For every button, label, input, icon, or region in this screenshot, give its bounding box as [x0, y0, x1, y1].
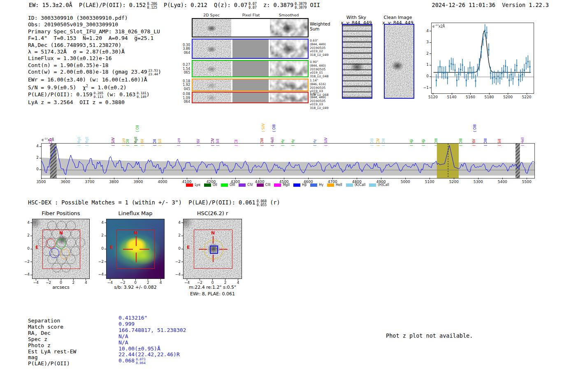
zoom-plot-units-label: e−17x2Å: [432, 24, 445, 28]
legend-label: OIII: [230, 183, 235, 187]
legend-label: Lyα: [195, 183, 200, 187]
x-tick-mark: [478, 178, 478, 179]
match-row-label: RA, Dec: [28, 330, 51, 336]
with-sky-source-blob: [350, 63, 364, 72]
y-tick-mark: [105, 223, 106, 223]
y-tick-label: −4: [21, 272, 30, 276]
x-tick-label: 4: [233, 281, 243, 285]
lineflux-caption: s/b: 3.92 +/- 0.082: [100, 285, 171, 290]
match-row-value: 0.999: [118, 321, 135, 327]
legend-item-MgII: MgII: [274, 183, 290, 187]
spec2d-left-labels: 0.271.54065: [173, 63, 190, 75]
header-timestamp-version: 2024-12-26 11:01:36 Version 1.22.3: [432, 2, 549, 8]
y-tick-mark: [430, 88, 431, 88]
y-tick-mark: [105, 275, 106, 275]
match-row-label: Spec z: [28, 336, 47, 343]
info-line-0: ID: 3003309910 (3003309910.pdf): [28, 15, 161, 21]
info-line-2: Primary Spec_Slot_IFU_AMP: 318_026_078_L…: [28, 28, 161, 35]
spec2d-cell-pixelflat: [232, 19, 269, 37]
y-tick-mark: [30, 236, 32, 236]
hsc-dex-summary: HSC-DEX : Possible Matches = 1 (within +…: [28, 199, 280, 207]
legend-item-(H)CaII: (H)CaII: [369, 183, 389, 187]
y-tick-mark: [430, 53, 431, 54]
x-tick-mark: [430, 178, 430, 179]
legend-label: CIII: [265, 183, 271, 187]
x-tick-label: −2: [118, 281, 128, 285]
line-label-text: ( OIII: [474, 124, 477, 132]
match-row-value: 0.413216": [118, 315, 147, 321]
y-tick-label: −4: [95, 272, 104, 276]
y-tick-mark: [430, 42, 431, 43]
spec2d-right-labels: 0.63"(844, 449)20190505v019_02318_LU_049: [310, 39, 334, 57]
x-tick-mark: [452, 93, 452, 95]
y-tick-mark: [30, 262, 32, 262]
spec2d-cell-2dspec: [193, 79, 231, 90]
elixer-detection-report: EW: 15.3±2.0Å P(LAE)/P(OII): 0.1520.2060…: [0, 0, 576, 392]
legend-swatch: [186, 183, 193, 187]
legend-item-HeII: HeII: [327, 183, 342, 187]
y-tick-label: 2: [420, 51, 429, 56]
x-tick-mark: [489, 93, 490, 95]
match-row-value: 166.748817, 51.238302: [118, 327, 186, 334]
x-tick-mark: [405, 178, 406, 179]
spec2d-row-weighted-sum: [192, 18, 309, 37]
legend-label: CIV: [247, 183, 253, 187]
x-tick-label: 5220: [520, 95, 533, 99]
y-tick-mark: [39, 158, 41, 158]
x-tick-label: 4: [81, 281, 91, 285]
x-tick-mark: [381, 178, 381, 179]
fiber-compass-north: N: [59, 230, 63, 236]
y-tick-mark: [105, 262, 106, 262]
y-tick-mark: [39, 169, 41, 170]
y-tick-label: 4: [21, 220, 30, 225]
source-blob: [207, 66, 216, 72]
legend-swatch: [346, 183, 353, 187]
legend-item-Lyα: Lyα: [186, 183, 200, 187]
y-tick-mark: [105, 236, 106, 236]
x-tick-mark: [308, 178, 309, 179]
line-label-text: ( SiIV: [262, 123, 265, 132]
y-tick-mark: [181, 223, 183, 223]
spec2d-cell-2dspec: [193, 19, 231, 37]
y-tick-mark: [30, 275, 32, 275]
fiber-positions-title: Fiber Positions: [32, 210, 90, 216]
spec2d-cell-smoothed: [270, 19, 308, 37]
spec2d-cell-pixelflat: [232, 93, 269, 102]
spec2d-cell-2dspec: [193, 61, 231, 77]
spec2d-col-header: Pixel Flat: [230, 13, 272, 17]
info-line-11: P(LAE)/P(OII): 0.1590.2650.113 (w: 0.163…: [28, 91, 161, 99]
spec2d-right-labels: 1.42"(844, 449)20190505v019_03318_LU_049: [310, 92, 334, 110]
y-tick-label: 1: [420, 63, 429, 67]
x-tick-mark: [163, 178, 163, 179]
legend-swatch: [293, 183, 300, 187]
match-row-value: N/A: [118, 334, 128, 340]
match-row-label: P(LAE)/P(OII): [28, 361, 70, 367]
lineflux-compass-east: E: [110, 245, 113, 250]
spec2d-cell-pixelflat: [232, 39, 269, 58]
y-tick-label: 2: [32, 155, 39, 160]
spec2d-cell-smoothed: [270, 93, 308, 102]
spec2d-left-labels: 0.303.86064: [173, 43, 190, 55]
line-label-text: ( OII: [136, 125, 139, 132]
x-tick-mark: [502, 178, 503, 179]
legend-label: OII: [213, 183, 217, 187]
x-tick-label: 0: [130, 281, 140, 285]
clean-image-source-blob: [391, 61, 404, 71]
legend-swatch: [310, 183, 317, 187]
y-tick-label: 0: [32, 167, 39, 171]
fiber-compass-east: E: [35, 245, 39, 250]
x-tick-label: −4: [182, 281, 192, 285]
info-line-6: LineFlux = 1.30(±0.12)e-16: [28, 55, 161, 62]
line-fit-zoom-plot: [431, 23, 534, 94]
detection-info-block: ID: 3003309910 (3003309910.pdf)Obs: 2019…: [28, 15, 161, 106]
x-tick-label: −4: [31, 281, 41, 285]
x-tick-label: −2: [195, 281, 204, 285]
spectrum-legend: LyαOIIOIIICIVCIIIMgIIHβHγHeII(K)CaII(H)C…: [41, 183, 534, 187]
legend-label: (K)CaII: [355, 183, 366, 187]
x-tick-label: 5180: [483, 95, 496, 99]
x-tick-mark: [357, 178, 357, 179]
with-sky-fiber-stripes: [343, 25, 372, 98]
y-tick-mark: [30, 249, 32, 249]
x-tick-mark: [90, 178, 90, 179]
spec2d-left-labels: 0.181.92045: [173, 79, 190, 91]
